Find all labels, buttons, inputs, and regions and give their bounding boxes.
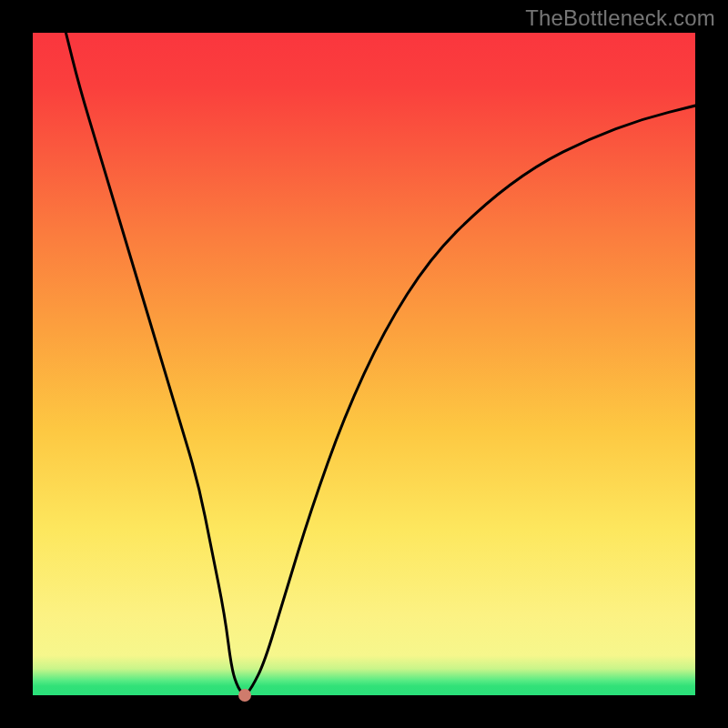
watermark-text: TheBottleneck.com [525, 5, 715, 31]
plot-area [33, 33, 695, 695]
chart-frame: TheBottleneck.com [0, 0, 728, 728]
bottleneck-curve [66, 33, 695, 693]
optimal-point-dot [238, 689, 251, 702]
curve-svg [33, 33, 695, 695]
